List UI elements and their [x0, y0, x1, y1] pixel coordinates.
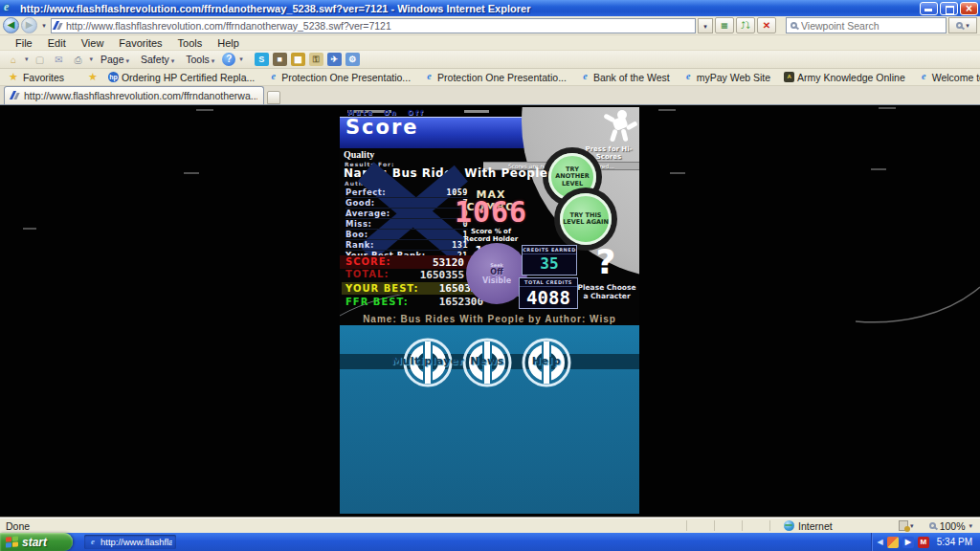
clock: 5:34 PM: [937, 537, 972, 547]
total-credits-label: TOTAL CREDITS: [520, 278, 577, 287]
internet-globe-icon: [784, 520, 794, 531]
tab-active[interactable]: http://www.flashflashrevolution.com/ffrn…: [4, 86, 264, 104]
menu-file[interactable]: File: [8, 37, 40, 49]
menu-favorites[interactable]: Favorites: [111, 37, 169, 49]
addon-icon-5[interactable]: ✈: [327, 53, 342, 66]
feeds-icon[interactable]: ▢: [33, 53, 48, 67]
address-dropdown-button[interactable]: ▾: [698, 18, 713, 33]
favorite-link-5[interactable]: e myPay Web Site: [678, 72, 776, 83]
start-button[interactable]: start: [0, 533, 73, 551]
try-this-level-again-button[interactable]: TRY THIS LEVEL AGAIN: [560, 193, 612, 245]
favorite-link-1[interactable]: hp Ordering HP Certified Repla...: [102, 72, 260, 83]
addon-icon-2[interactable]: ■: [273, 53, 287, 66]
command-bar: ⌂ ▾ ▢ ✉ ⎙ ▾ Page Safety Tools ? ▾ S ■ ▩ …: [0, 51, 980, 69]
taskbar-window-button[interactable]: e http://www.flashflas...: [84, 535, 176, 549]
security-zone: Internet: [784, 520, 899, 532]
address-field[interactable]: [51, 18, 696, 33]
menu-tools[interactable]: Tools: [170, 37, 211, 49]
read-mail-icon[interactable]: ✉: [52, 53, 67, 67]
chevron-down-icon: ▾: [910, 522, 914, 530]
dancer-icon: [600, 108, 638, 144]
help-dropdown-icon[interactable]: ▾: [239, 55, 243, 63]
nav-panel: Multiplayer News Help: [340, 325, 639, 514]
zoom-control[interactable]: 100% ▾: [929, 520, 972, 532]
score-value: 53120: [378, 256, 464, 269]
ie-logo-icon: e: [4, 2, 16, 14]
addon-icon-6[interactable]: ⚙: [345, 53, 360, 66]
protected-mode-button[interactable]: ▾: [899, 520, 914, 531]
quality-label: Quality: [344, 149, 374, 160]
total-credits-box: TOTAL CREDITS 4088: [519, 277, 578, 309]
favorite-link-7[interactable]: e Welcome to the University o...: [913, 72, 980, 83]
history-dropdown-icon[interactable]: ▾: [39, 18, 49, 33]
minimize-button[interactable]: [920, 2, 938, 15]
ffr-favicon: [54, 21, 63, 31]
forward-button[interactable]: [21, 17, 37, 33]
page-menu[interactable]: Page: [97, 54, 133, 65]
window-title: http://www.flashflashrevolution.com/ffrn…: [20, 3, 920, 14]
decor-dash: [658, 109, 676, 111]
credits-earned-value: 35: [523, 254, 576, 273]
chevron-down-icon: ▾: [969, 522, 972, 530]
tray-media-icon[interactable]: ▶: [902, 537, 914, 548]
zone-label: Internet: [798, 520, 833, 532]
home-icon[interactable]: ⌂: [6, 53, 21, 67]
stop-button[interactable]: ✕: [757, 17, 776, 33]
ie-page-icon: e: [88, 538, 98, 547]
ie-page-icon: e: [580, 72, 590, 82]
zoom-icon: [929, 522, 936, 529]
url-input[interactable]: [66, 20, 693, 32]
close-button[interactable]: [960, 2, 978, 15]
character-question-mark[interactable]: ?: [587, 243, 625, 281]
favorite-link-3[interactable]: e Protection One Presentatio...: [418, 72, 572, 83]
decor-dash: [879, 107, 896, 109]
compatibility-view-button[interactable]: ▦: [715, 17, 734, 33]
addon-icon-4[interactable]: ⚿: [309, 53, 323, 66]
decor-dash: [464, 110, 489, 113]
divider: [686, 520, 687, 531]
divider: [714, 520, 715, 531]
hi-scores-button[interactable]: Press for Hi-Scores: [581, 145, 636, 161]
refresh-button[interactable]: ⤴⤵: [736, 17, 755, 33]
menu-bar: File Edit View Favorites Tools Help: [0, 35, 980, 51]
favorite-link-6[interactable]: A Army Knowledge Online: [778, 72, 911, 83]
new-tab-button[interactable]: [267, 91, 280, 104]
menu-edit[interactable]: Edit: [40, 37, 74, 49]
help-icon[interactable]: ?: [222, 53, 235, 66]
score-title: Score: [345, 116, 419, 139]
favorite-link-4[interactable]: e Bank of the West: [574, 72, 676, 83]
search-input[interactable]: [801, 20, 942, 32]
status-bar: Done Internet ▾ 100% ▾: [0, 518, 980, 533]
flash-game[interactable]: Mute On Off Score Press for Hi-Scores Sc…: [340, 107, 639, 514]
print-icon[interactable]: ⎙: [71, 53, 86, 67]
search-dropdown-icon[interactable]: ▾: [966, 22, 969, 30]
menu-help[interactable]: Help: [210, 37, 247, 49]
add-favorite-icon[interactable]: ★: [85, 71, 100, 83]
search-go-button[interactable]: ▾: [948, 17, 977, 33]
restore-button[interactable]: [940, 2, 958, 15]
search-icon: [956, 22, 963, 29]
ako-icon: A: [784, 72, 794, 82]
favorites-star-icon[interactable]: ★: [6, 71, 21, 83]
favorites-button[interactable]: Favorites: [23, 72, 64, 83]
tray-chevron-icon[interactable]: ◀: [878, 538, 883, 546]
safety-menu[interactable]: Safety: [137, 54, 178, 65]
tools-menu[interactable]: Tools: [182, 54, 218, 65]
addon-icon-1[interactable]: S: [255, 53, 269, 66]
windows-flag-icon: [6, 536, 18, 548]
search-box[interactable]: [786, 17, 947, 33]
choose-character-label: Please Choose a Character: [577, 283, 636, 300]
stat-row: Rank:131: [345, 240, 468, 251]
desktop: e http://www.flashflashrevolution.com/ff…: [0, 0, 980, 551]
favorite-link-2[interactable]: e Protection One Presentatio...: [262, 72, 416, 83]
home-dropdown-icon[interactable]: ▾: [25, 55, 29, 63]
page-content: Mute On Off Score Press for Hi-Scores Sc…: [0, 105, 980, 518]
decor-dash: [23, 228, 36, 230]
addon-icon-3[interactable]: ▩: [291, 53, 305, 66]
search-icon: [791, 22, 797, 29]
tray-icon-3[interactable]: M: [918, 537, 929, 548]
tray-icon-1[interactable]: [887, 537, 899, 548]
back-button[interactable]: [3, 17, 19, 33]
print-dropdown-icon[interactable]: ▾: [90, 55, 94, 63]
menu-view[interactable]: View: [74, 37, 112, 49]
